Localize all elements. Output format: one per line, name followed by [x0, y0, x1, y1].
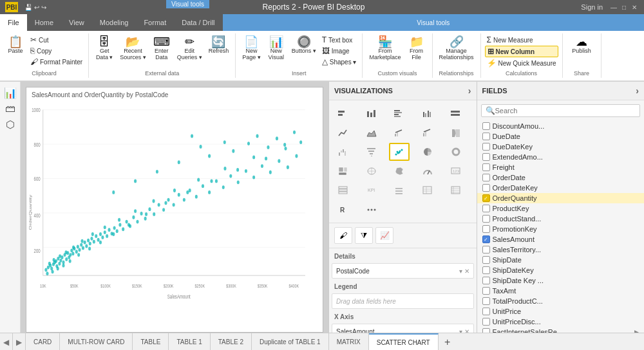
x-axis-clear-btn[interactable]: ▾ ✕ — [459, 328, 469, 333]
cut-button[interactable]: ✂ Cut — [28, 35, 84, 45]
fields-panel-expand-btn[interactable]: › — [636, 86, 639, 96]
viz-ribbon[interactable] — [446, 124, 466, 142]
viz-stacked-bar[interactable] — [333, 104, 354, 122]
field-item-orderdatekey[interactable]: OrderDateKey — [477, 183, 644, 193]
viz-filled-map[interactable] — [389, 162, 410, 180]
field-item-salesamount[interactable]: ✓ SalesAmount — [477, 234, 644, 244]
tab-add-btn[interactable]: + — [439, 333, 457, 350]
field-item-duedatekey[interactable]: DueDateKey — [477, 142, 644, 152]
publish-button[interactable]: ☁ Publish — [569, 35, 594, 55]
tab-home[interactable]: Home — [27, 14, 61, 31]
details-clear-btn[interactable]: ▾ ✕ — [459, 268, 469, 275]
recent-sources-button[interactable]: 📂 RecentSources ▾ — [117, 35, 149, 62]
new-column-button[interactable]: ⊞ New Column — [485, 46, 558, 57]
field-item-shipdatekey[interactable]: ShipDateKey — [477, 265, 644, 275]
field-item-extendedamo[interactable]: ExtendedAmo... — [477, 152, 644, 162]
field-item-duedate[interactable]: DueDate — [477, 131, 644, 142]
from-file-button[interactable]: 📁 FromFile — [405, 35, 428, 62]
field-item-freight[interactable]: Freight — [477, 162, 644, 172]
viz-matrix-icon[interactable] — [446, 181, 466, 199]
viz-treemap[interactable] — [333, 162, 354, 180]
from-marketplace-button[interactable]: 🏪 FromMarketplace — [366, 35, 403, 62]
sign-in-link[interactable]: Sign in — [581, 3, 603, 11]
tab-modeling[interactable]: Modeling — [92, 14, 137, 31]
viz-area-chart[interactable] — [361, 124, 382, 142]
viz-clustered-col[interactable] — [417, 104, 438, 122]
tab-nav-left[interactable]: ◀ — [0, 333, 13, 350]
viz-panel-expand-btn[interactable]: › — [468, 86, 471, 96]
maximize-btn[interactable]: □ — [620, 3, 629, 12]
field-item-shipdate[interactable]: ShipDate — [477, 255, 644, 265]
new-visual-button[interactable]: 📊 NewVisual — [265, 35, 288, 62]
tab-table1[interactable]: TABLE 1 — [169, 333, 210, 350]
field-item-productkey[interactable]: ProductKey — [477, 203, 644, 214]
paste-button[interactable]: 📋 Paste — [4, 35, 27, 55]
fields-search-input[interactable] — [495, 107, 636, 115]
minimize-btn[interactable]: — — [609, 3, 618, 12]
tab-nav-right[interactable]: ▶ — [13, 333, 26, 350]
nav-report-icon[interactable]: 📊 — [4, 87, 17, 99]
legend-field[interactable]: Drag data fields here — [332, 293, 474, 309]
close-btn[interactable]: ✕ — [630, 3, 639, 12]
tab-table[interactable]: TABLE — [133, 333, 169, 350]
field-item-orderdate[interactable]: OrderDate — [477, 172, 644, 183]
tab-view[interactable]: View — [61, 14, 92, 31]
viz-filter-btn[interactable]: ⧩ — [355, 227, 373, 244]
field-item-taxamt[interactable]: TaxAmt — [477, 286, 644, 296]
viz-clustered-bar[interactable] — [389, 104, 410, 122]
buttons-button[interactable]: 🔘 Buttons ▾ — [289, 35, 319, 55]
copy-button[interactable]: ⎘ Copy — [28, 46, 84, 56]
tab-duplicate-table1[interactable]: Duplicate of TABLE 1 — [252, 333, 329, 350]
tab-table2[interactable]: TABLE 2 — [211, 333, 252, 350]
image-button[interactable]: 🖼 Image — [320, 46, 359, 56]
field-item-productstand[interactable]: ProductStand... — [477, 214, 644, 224]
tab-card[interactable]: CARD — [26, 333, 60, 350]
format-painter-button[interactable]: 🖌 Format Painter — [28, 57, 84, 67]
tab-format[interactable]: Format — [136, 14, 174, 31]
nav-model-icon[interactable]: ⬡ — [6, 118, 15, 131]
viz-analytics-btn[interactable]: 📈 — [375, 227, 393, 244]
viz-kpi[interactable]: KPI — [361, 181, 382, 199]
nav-data-icon[interactable]: 🗃 — [5, 103, 15, 115]
viz-donut[interactable] — [446, 143, 466, 161]
details-field[interactable]: PostalCode ▾ ✕ — [332, 263, 474, 279]
viz-100-stacked-bar[interactable] — [446, 104, 466, 122]
viz-line-clustered[interactable] — [417, 124, 438, 142]
field-item-shipdatekeyalt[interactable]: ShipDate Key ... — [477, 275, 644, 286]
viz-card[interactable]: 123 — [446, 162, 466, 180]
field-item-unitprice[interactable]: UnitPrice — [477, 306, 644, 317]
field-item-discountamount[interactable]: DiscountAmou... — [477, 121, 644, 131]
viz-slicer[interactable] — [389, 181, 410, 199]
new-quick-measure-button[interactable]: ⚡ New Quick Measure — [485, 58, 558, 68]
enter-data-button[interactable]: ⌨ EnterData — [150, 35, 173, 62]
get-data-button[interactable]: 🗄 GetData ▾ — [93, 35, 116, 62]
tab-scatter-chart[interactable]: SCATTER CHART — [369, 333, 439, 350]
viz-more[interactable] — [361, 201, 382, 219]
field-item-unitpricedisc[interactable]: UnitPriceDisc... — [477, 317, 644, 327]
new-measure-button[interactable]: Σ New Measure — [485, 35, 558, 45]
text-box-button[interactable]: T Text box — [320, 35, 359, 45]
field-item-totalproductc[interactable]: TotalProductC... — [477, 296, 644, 306]
viz-format-btn[interactable]: 🖌 — [334, 227, 352, 244]
fields-search-box[interactable]: 🔍 — [481, 104, 640, 117]
field-item-promotionkey[interactable]: PromotionKey — [477, 224, 644, 234]
viz-line-chart[interactable] — [333, 124, 354, 142]
tab-data-drill[interactable]: Data / Drill — [174, 14, 222, 31]
tab-matrix[interactable]: MATRIX — [329, 333, 369, 350]
field-item-factinternetsalesre[interactable]: FactInternetSalesRe... ▶ — [477, 327, 644, 333]
viz-scatter[interactable] — [389, 143, 410, 161]
viz-line-stacked[interactable] — [389, 124, 410, 142]
chart-area[interactable]: 1000 800 600 400 200 OrderQuantity 10K $… — [26, 100, 323, 325]
shapes-button[interactable]: △ Shapes ▾ — [320, 57, 359, 67]
edit-queries-button[interactable]: ✏ EditQueries ▾ — [175, 35, 205, 62]
refresh-button[interactable]: 🔄 Refresh — [206, 35, 232, 55]
viz-pie[interactable] — [417, 143, 438, 161]
viz-stacked-col[interactable] — [361, 104, 382, 122]
new-page-button[interactable]: 📄 NewPage ▾ — [240, 35, 263, 62]
viz-funnel[interactable] — [361, 143, 382, 161]
x-axis-field[interactable]: SalesAmount ▾ ✕ — [332, 324, 474, 333]
viz-multi-row-card[interactable] — [333, 181, 354, 199]
viz-map[interactable] — [361, 162, 382, 180]
field-item-orderquantity[interactable]: ✓ OrderQuantity — [477, 193, 644, 203]
viz-table-icon[interactable] — [417, 181, 438, 199]
